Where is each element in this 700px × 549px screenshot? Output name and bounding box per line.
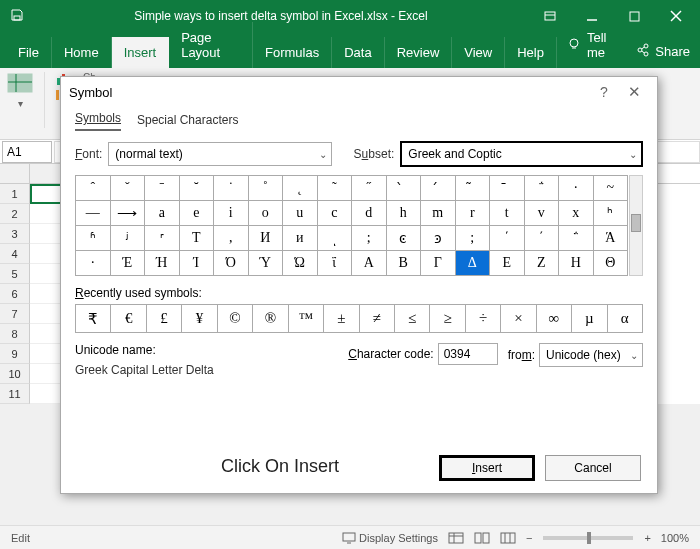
symbol-cell[interactable]: d [352,201,387,226]
symbol-cell[interactable]: ̀ [386,176,421,201]
symbol-cell[interactable]: t [490,201,525,226]
symbol-cell[interactable]: Т [179,226,214,251]
symbol-cell[interactable]: Ε [490,251,525,276]
symbol-cell[interactable]: ΐ [317,251,352,276]
row-header[interactable]: 11 [0,384,30,404]
symbol-cell[interactable]: Β [386,251,421,276]
row-header[interactable]: 2 [0,204,30,224]
symbol-cell[interactable]: Ύ [248,251,283,276]
recent-symbol-cell[interactable]: ≤ [394,305,429,333]
symbol-cell[interactable]: ˜ [317,176,352,201]
view-normal-icon[interactable] [448,532,464,544]
dialog-title-bar[interactable]: Symbol ? ✕ [61,77,657,107]
symbol-cell[interactable]: · [76,251,111,276]
symbol-cell[interactable]: Έ [110,251,145,276]
symbol-cell[interactable]: ʰ [593,201,628,226]
tab-symbols[interactable]: Symbols [75,111,121,131]
symbol-cell[interactable]: ΄ [524,226,559,251]
symbol-cell[interactable]: ΅ [559,226,594,251]
recent-symbol-cell[interactable]: ® [253,305,288,333]
symbol-cell[interactable]: ˉ [145,176,180,201]
tab-special-characters[interactable]: Special Characters [137,113,238,131]
row-header[interactable]: 10 [0,364,30,384]
view-page-break-icon[interactable] [500,532,516,544]
from-select[interactable]: Unicode (hex) ⌄ [539,343,643,367]
symbol-cell[interactable]: ˛ [283,176,318,201]
recent-symbol-cell[interactable]: © [217,305,252,333]
symbol-cell[interactable]: m [421,201,456,226]
view-page-layout-icon[interactable] [474,532,490,544]
char-code-input[interactable] [438,343,498,365]
share-button[interactable]: Share [626,35,700,68]
symbol-cell[interactable]: ́ [421,176,456,201]
symbol-cell[interactable]: ͽ [421,226,456,251]
recent-symbol-cell[interactable]: µ [572,305,607,333]
symbol-cell[interactable]: ⟶ [110,201,145,226]
row-header[interactable]: 9 [0,344,30,364]
symbol-cell[interactable]: ʲ [110,226,145,251]
symbol-cell[interactable]: ΅ [524,176,559,201]
subset-select[interactable]: Greek and Coptic ⌄ [400,141,643,167]
symbol-cell[interactable]: ˙ [214,176,249,201]
ribbon-group-tables[interactable]: ▾ [6,72,34,109]
symbol-cell[interactable]: Ί [179,251,214,276]
symbol-cell[interactable]: ˘ [179,176,214,201]
zoom-in-button[interactable]: + [644,532,650,544]
row-header[interactable]: 1 [0,184,30,204]
symbol-cell[interactable]: Ά [593,226,628,251]
tab-review[interactable]: Review [385,37,453,68]
recent-symbol-cell[interactable]: € [111,305,146,333]
symbol-grid[interactable]: ˆˇˉ˘˙˚˛˜˝̀́̃̄΅·~—⟶aeioucdhmrtvxʰʱʲʳТ,Ииͺ… [75,175,628,276]
symbol-cell[interactable]: ̃ [455,176,490,201]
row-header[interactable]: 6 [0,284,30,304]
symbol-cell[interactable]: ˚ [248,176,283,201]
symbol-cell[interactable]: и [283,226,318,251]
recent-symbols-grid[interactable]: ₹€£¥©®™±≠≤≥÷×∞µα [75,304,643,333]
tab-view[interactable]: View [452,37,505,68]
symbol-cell[interactable]: И [248,226,283,251]
symbol-cell[interactable]: Ή [145,251,180,276]
close-button[interactable] [656,2,696,30]
symbol-cell[interactable]: Η [559,251,594,276]
symbol-cell[interactable]: ˇ [110,176,145,201]
recent-symbol-cell[interactable]: × [501,305,536,333]
tab-formulas[interactable]: Formulas [253,37,332,68]
row-header[interactable]: 5 [0,264,30,284]
tab-insert[interactable]: Insert [112,37,170,68]
symbol-cell[interactable]: c [317,201,352,226]
symbol-cell[interactable]: o [248,201,283,226]
symbol-cell[interactable]: , [214,226,249,251]
tab-file[interactable]: File [6,37,52,68]
recent-symbol-cell[interactable]: α [607,305,642,333]
tab-help[interactable]: Help [505,37,557,68]
cancel-button[interactable]: Cancel [545,455,641,481]
symbol-cell[interactable]: ʳ [145,226,180,251]
dialog-close-button[interactable]: ✕ [619,83,649,101]
symbol-cell[interactable]: ; [352,226,387,251]
symbol-cell[interactable]: v [524,201,559,226]
select-all-corner[interactable] [0,164,30,183]
symbol-cell[interactable]: ~ [593,176,628,201]
symbol-cell[interactable]: r [455,201,490,226]
symbol-cell[interactable]: ΄ [490,226,525,251]
symbol-cell[interactable]: Γ [421,251,456,276]
row-header[interactable]: 7 [0,304,30,324]
recent-symbol-cell[interactable]: £ [146,305,181,333]
symbol-cell[interactable]: Θ [593,251,628,276]
symbol-cell[interactable]: u [283,201,318,226]
symbol-cell[interactable]: e [179,201,214,226]
symbol-cell[interactable]: — [76,201,111,226]
symbol-cell[interactable]: ˆ [76,176,111,201]
symbol-cell[interactable]: Α [352,251,387,276]
display-settings[interactable]: Display Settings [342,532,438,544]
recent-symbol-cell[interactable]: ≠ [359,305,394,333]
row-header[interactable]: 8 [0,324,30,344]
autosave-icon[interactable] [10,8,24,25]
tab-home[interactable]: Home [52,37,112,68]
symbol-cell[interactable]: Ό [214,251,249,276]
recent-symbol-cell[interactable]: ¥ [182,305,217,333]
symbol-cell[interactable]: Ζ [524,251,559,276]
recent-symbol-cell[interactable]: ₹ [76,305,111,333]
symbol-cell[interactable]: Ώ [283,251,318,276]
name-box[interactable]: A1 [2,141,52,163]
